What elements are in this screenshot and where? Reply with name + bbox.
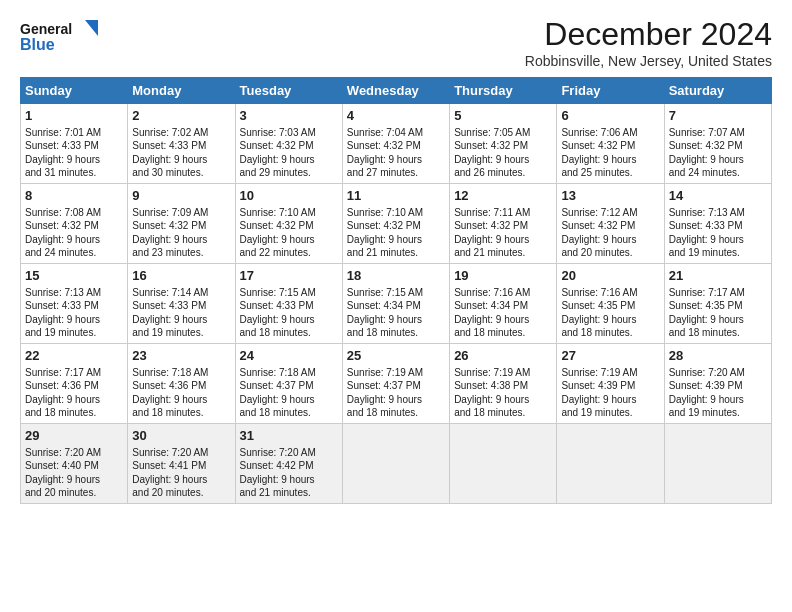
title-section: December 2024 Robbinsville, New Jersey, … [525,16,772,69]
calendar-cell: 20Sunrise: 7:16 AMSunset: 4:35 PMDayligh… [557,264,664,344]
day-info: Sunrise: 7:20 AMSunset: 4:39 PMDaylight:… [669,366,767,420]
calendar-cell: 14Sunrise: 7:13 AMSunset: 4:33 PMDayligh… [664,184,771,264]
calendar-cell: 1Sunrise: 7:01 AMSunset: 4:33 PMDaylight… [21,104,128,184]
day-number: 29 [25,427,123,445]
calendar-week-1: 1Sunrise: 7:01 AMSunset: 4:33 PMDaylight… [21,104,772,184]
calendar-cell: 7Sunrise: 7:07 AMSunset: 4:32 PMDaylight… [664,104,771,184]
day-number: 2 [132,107,230,125]
day-info: Sunrise: 7:20 AMSunset: 4:41 PMDaylight:… [132,446,230,500]
day-info: Sunrise: 7:09 AMSunset: 4:32 PMDaylight:… [132,206,230,260]
calendar-cell: 25Sunrise: 7:19 AMSunset: 4:37 PMDayligh… [342,344,449,424]
day-info: Sunrise: 7:19 AMSunset: 4:38 PMDaylight:… [454,366,552,420]
location: Robbinsville, New Jersey, United States [525,53,772,69]
day-number: 8 [25,187,123,205]
calendar-cell: 23Sunrise: 7:18 AMSunset: 4:36 PMDayligh… [128,344,235,424]
page: General Blue December 2024 Robbinsville,… [0,0,792,612]
calendar-cell: 24Sunrise: 7:18 AMSunset: 4:37 PMDayligh… [235,344,342,424]
day-number: 1 [25,107,123,125]
day-number: 12 [454,187,552,205]
day-info: Sunrise: 7:08 AMSunset: 4:32 PMDaylight:… [25,206,123,260]
svg-text:Blue: Blue [20,36,55,53]
calendar-cell: 29Sunrise: 7:20 AMSunset: 4:40 PMDayligh… [21,424,128,504]
calendar-table: Sunday Monday Tuesday Wednesday Thursday… [20,77,772,504]
calendar-cell: 31Sunrise: 7:20 AMSunset: 4:42 PMDayligh… [235,424,342,504]
day-info: Sunrise: 7:16 AMSunset: 4:34 PMDaylight:… [454,286,552,340]
day-info: Sunrise: 7:17 AMSunset: 4:36 PMDaylight:… [25,366,123,420]
day-info: Sunrise: 7:20 AMSunset: 4:40 PMDaylight:… [25,446,123,500]
calendar-cell [664,424,771,504]
day-number: 7 [669,107,767,125]
day-number: 23 [132,347,230,365]
calendar-body: 1Sunrise: 7:01 AMSunset: 4:33 PMDaylight… [21,104,772,504]
day-number: 14 [669,187,767,205]
calendar-cell: 18Sunrise: 7:15 AMSunset: 4:34 PMDayligh… [342,264,449,344]
calendar-cell: 15Sunrise: 7:13 AMSunset: 4:33 PMDayligh… [21,264,128,344]
day-info: Sunrise: 7:15 AMSunset: 4:33 PMDaylight:… [240,286,338,340]
day-info: Sunrise: 7:15 AMSunset: 4:34 PMDaylight:… [347,286,445,340]
calendar-cell: 12Sunrise: 7:11 AMSunset: 4:32 PMDayligh… [450,184,557,264]
calendar-cell: 27Sunrise: 7:19 AMSunset: 4:39 PMDayligh… [557,344,664,424]
col-thursday: Thursday [450,78,557,104]
calendar-cell: 13Sunrise: 7:12 AMSunset: 4:32 PMDayligh… [557,184,664,264]
day-number: 13 [561,187,659,205]
calendar-week-2: 8Sunrise: 7:08 AMSunset: 4:32 PMDaylight… [21,184,772,264]
day-number: 6 [561,107,659,125]
day-number: 11 [347,187,445,205]
day-info: Sunrise: 7:12 AMSunset: 4:32 PMDaylight:… [561,206,659,260]
day-info: Sunrise: 7:06 AMSunset: 4:32 PMDaylight:… [561,126,659,180]
calendar-cell [557,424,664,504]
col-saturday: Saturday [664,78,771,104]
month-title: December 2024 [525,16,772,53]
day-info: Sunrise: 7:10 AMSunset: 4:32 PMDaylight:… [347,206,445,260]
day-info: Sunrise: 7:01 AMSunset: 4:33 PMDaylight:… [25,126,123,180]
calendar-cell: 4Sunrise: 7:04 AMSunset: 4:32 PMDaylight… [342,104,449,184]
day-info: Sunrise: 7:18 AMSunset: 4:37 PMDaylight:… [240,366,338,420]
calendar-cell: 10Sunrise: 7:10 AMSunset: 4:32 PMDayligh… [235,184,342,264]
day-number: 15 [25,267,123,285]
header: General Blue December 2024 Robbinsville,… [20,16,772,69]
logo-flag [85,20,98,36]
day-info: Sunrise: 7:20 AMSunset: 4:42 PMDaylight:… [240,446,338,500]
day-info: Sunrise: 7:17 AMSunset: 4:35 PMDaylight:… [669,286,767,340]
calendar-cell: 19Sunrise: 7:16 AMSunset: 4:34 PMDayligh… [450,264,557,344]
col-wednesday: Wednesday [342,78,449,104]
calendar-cell: 21Sunrise: 7:17 AMSunset: 4:35 PMDayligh… [664,264,771,344]
day-info: Sunrise: 7:13 AMSunset: 4:33 PMDaylight:… [25,286,123,340]
day-number: 18 [347,267,445,285]
header-row: Sunday Monday Tuesday Wednesday Thursday… [21,78,772,104]
calendar-cell [342,424,449,504]
day-info: Sunrise: 7:14 AMSunset: 4:33 PMDaylight:… [132,286,230,340]
calendar-cell: 3Sunrise: 7:03 AMSunset: 4:32 PMDaylight… [235,104,342,184]
svg-text:General: General [20,21,72,37]
col-sunday: Sunday [21,78,128,104]
day-number: 5 [454,107,552,125]
day-number: 25 [347,347,445,365]
calendar-cell: 22Sunrise: 7:17 AMSunset: 4:36 PMDayligh… [21,344,128,424]
col-tuesday: Tuesday [235,78,342,104]
day-number: 20 [561,267,659,285]
day-info: Sunrise: 7:18 AMSunset: 4:36 PMDaylight:… [132,366,230,420]
day-number: 9 [132,187,230,205]
day-number: 3 [240,107,338,125]
day-number: 10 [240,187,338,205]
day-number: 28 [669,347,767,365]
day-number: 26 [454,347,552,365]
col-monday: Monday [128,78,235,104]
day-number: 17 [240,267,338,285]
calendar-cell: 28Sunrise: 7:20 AMSunset: 4:39 PMDayligh… [664,344,771,424]
logo: General Blue [20,16,100,60]
calendar-cell: 30Sunrise: 7:20 AMSunset: 4:41 PMDayligh… [128,424,235,504]
day-number: 22 [25,347,123,365]
calendar-cell: 17Sunrise: 7:15 AMSunset: 4:33 PMDayligh… [235,264,342,344]
calendar-week-3: 15Sunrise: 7:13 AMSunset: 4:33 PMDayligh… [21,264,772,344]
day-number: 31 [240,427,338,445]
calendar-cell: 16Sunrise: 7:14 AMSunset: 4:33 PMDayligh… [128,264,235,344]
calendar-cell: 26Sunrise: 7:19 AMSunset: 4:38 PMDayligh… [450,344,557,424]
day-info: Sunrise: 7:03 AMSunset: 4:32 PMDaylight:… [240,126,338,180]
calendar-week-5: 29Sunrise: 7:20 AMSunset: 4:40 PMDayligh… [21,424,772,504]
day-number: 4 [347,107,445,125]
calendar-cell [450,424,557,504]
calendar-cell: 11Sunrise: 7:10 AMSunset: 4:32 PMDayligh… [342,184,449,264]
col-friday: Friday [557,78,664,104]
day-number: 21 [669,267,767,285]
